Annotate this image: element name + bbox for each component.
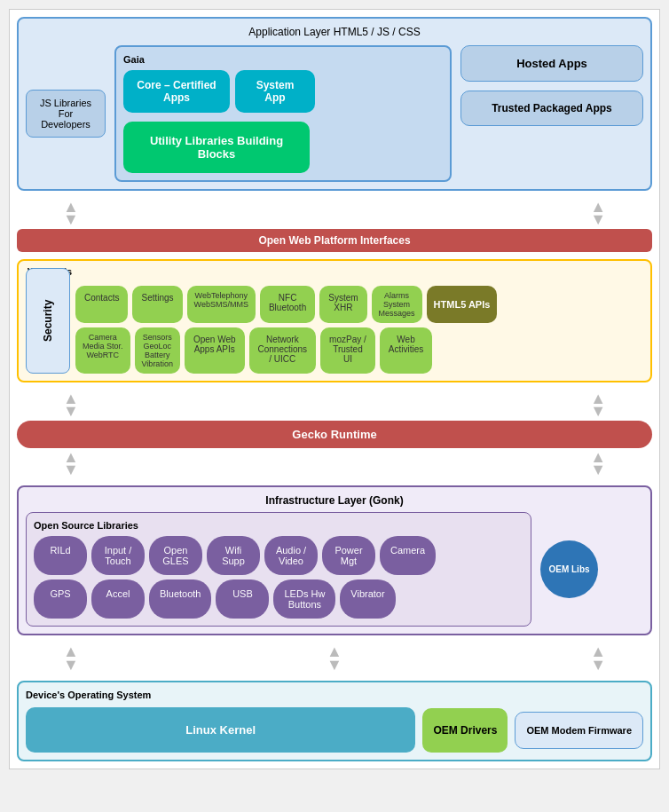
owp-layer: Open Web Platform Interfaces xyxy=(17,229,652,252)
oem-libs: OEM Libs xyxy=(540,540,598,598)
api-web-activities: WebActivities xyxy=(380,327,432,374)
arrow-up-down-8: ▲▼ xyxy=(327,645,342,671)
api-open-web: Open WebApps APIs xyxy=(185,327,245,374)
infra-layer: Infrastructure Layer (Gonk) Open Source … xyxy=(17,485,652,635)
lib-accel: Accel xyxy=(91,579,145,619)
linux-kernel-label: Linux Kernel xyxy=(185,723,256,737)
lib-camera: Camera xyxy=(380,536,436,575)
utility-libraries: Utility Libraries Building Blocks xyxy=(123,122,310,173)
oem-drivers: OEM Drivers xyxy=(422,708,508,753)
arrow-row-3: ▲▼ ▲▼ xyxy=(10,448,659,479)
api-contacts: Contacts xyxy=(75,286,128,323)
device-os-layer: Device's Operating System Linux Kernel O… xyxy=(17,681,652,761)
trusted-apps-label: Trusted Packaged Apps xyxy=(492,102,612,114)
arrow-up-down-4: ▲▼ xyxy=(590,392,606,418)
api-sensors: SensorsGeoLocBatteryVibration xyxy=(135,327,180,374)
lib-open-gles: OpenGLES xyxy=(149,536,202,575)
gaia-label: Gaia xyxy=(123,54,443,65)
arrow-up-down-6: ▲▼ xyxy=(590,451,606,477)
system-app: System App xyxy=(235,70,315,113)
api-settings: Settings xyxy=(132,286,182,323)
arrow-row-4: ▲▼ ▲▼ ▲▼ xyxy=(10,643,659,674)
lib-grid-row1: RILd Input /Touch OpenGLES WifiSupp Audi… xyxy=(34,536,523,575)
html5-label: HTML5 APIs xyxy=(434,299,491,310)
arrow-up-down-3: ▲▼ xyxy=(63,392,79,418)
right-apps: Hosted Apps Trusted Packaged Apps xyxy=(460,45,643,126)
arrow-row-1: ▲▼ ▲▼ xyxy=(10,198,659,229)
lib-power-mgt: PowerMgt xyxy=(322,536,375,575)
hosted-apps: Hosted Apps xyxy=(460,45,643,82)
api-mozpay: mozPay /TrustedUI xyxy=(320,327,375,374)
html5-apis: HTML5 APIs xyxy=(427,286,498,323)
lib-leds-hw: LEDs HwButtons xyxy=(273,579,335,619)
arrow-up-down-9: ▲▼ xyxy=(590,645,606,671)
arrow-up-down-5: ▲▼ xyxy=(63,451,79,477)
api-alarms: AlarmsSystemMessages xyxy=(372,286,422,323)
app-layer-title-text: Application Layer xyxy=(248,26,330,38)
api-network: NetworkConnections/ UICC xyxy=(249,327,317,374)
architecture-diagram: Application Layer HTML5 / JS / CSS JS Li… xyxy=(9,9,660,769)
lib-grid-row2: GPS Accel Bluetooth USB LEDs HwButtons V… xyxy=(34,579,523,619)
api-camera: CameraMedia Stor.WebRTC xyxy=(75,327,130,374)
app-layer-title: Application Layer HTML5 / JS / CSS xyxy=(26,26,643,38)
lib-usb: USB xyxy=(216,579,269,619)
open-source-label: Open Source Libraries xyxy=(34,520,523,531)
open-source-box: Open Source Libraries RILd Input /Touch … xyxy=(26,512,531,627)
lib-wifi-supp: WifiSupp xyxy=(207,536,260,575)
trusted-packaged-apps: Trusted Packaged Apps xyxy=(460,91,643,126)
app-layer-content: JS Libraries For Developers Gaia Core – … xyxy=(26,45,643,182)
lib-rild: RILd xyxy=(34,536,87,575)
system-app-label: System App xyxy=(256,79,295,104)
arrow-up-down-2: ▲▼ xyxy=(590,201,606,226)
application-layer: Application Layer HTML5 / JS / CSS JS Li… xyxy=(17,17,652,191)
gecko-title: Gecko Runtime xyxy=(292,428,376,441)
oem-libs-badge: OEM Libs xyxy=(540,540,598,598)
gecko-layer: Gecko Runtime xyxy=(17,421,652,448)
app-layer-subtitle: HTML5 / JS / CSS xyxy=(334,26,421,38)
gaia-box: Gaia Core – Certified Apps System App Ut… xyxy=(114,45,452,182)
api-nfc-bluetooth: NFCBluetooth xyxy=(260,286,315,323)
lib-bluetooth: Bluetooth xyxy=(149,579,211,619)
arrow-up-down-1: ▲▼ xyxy=(63,201,79,226)
webapi-grid: Contacts Settings WebTelephonyWebSMS/MMS… xyxy=(75,286,643,323)
webapi-layer: Web APIs Security Contacts Settings WebT… xyxy=(17,259,652,382)
js-libraries-box: JS Libraries For Developers xyxy=(26,90,106,138)
oem-drivers-label: OEM Drivers xyxy=(433,724,497,737)
device-os-content: Linux Kernel OEM Drivers OEM Modem Firmw… xyxy=(26,707,643,753)
infra-content: Open Source Libraries RILd Input /Touch … xyxy=(26,512,643,627)
oem-modem-label: OEM Modem Firmware xyxy=(526,725,632,736)
lib-input-touch: Input /Touch xyxy=(91,536,145,575)
core-certified-apps: Core – Certified Apps xyxy=(123,70,230,113)
linux-kernel: Linux Kernel xyxy=(26,707,415,753)
core-certified-label: Core – Certified Apps xyxy=(137,79,216,104)
api-webtelephony: WebTelephonyWebSMS/MMS xyxy=(187,286,256,323)
oem-libs-label: OEM Libs xyxy=(548,564,589,574)
lib-audio-video: Audio /Video xyxy=(264,536,318,575)
security-label: Security xyxy=(42,300,54,342)
device-os-title: Device's Operating System xyxy=(26,690,643,700)
utility-lib-label: Utility Libraries Building Blocks xyxy=(150,134,283,161)
owp-title: Open Web Platform Interfaces xyxy=(258,234,410,247)
api-system-xhr: SystemXHR xyxy=(319,286,366,323)
gaia-inner: Core – Certified Apps System App Utility… xyxy=(123,70,443,173)
js-lib-label: JS Libraries For Developers xyxy=(40,98,91,130)
hosted-apps-label: Hosted Apps xyxy=(516,57,587,70)
arrow-row-2: ▲▼ ▲▼ xyxy=(10,390,659,421)
infra-title: Infrastructure Layer (Gonk) xyxy=(26,494,643,507)
lib-gps: GPS xyxy=(34,579,87,619)
webapi-grid-2: CameraMedia Stor.WebRTC SensorsGeoLocBat… xyxy=(75,327,643,374)
oem-modem: OEM Modem Firmware xyxy=(515,712,643,749)
lib-vibrator: Vibrator xyxy=(340,579,395,619)
security-box: Security xyxy=(26,268,70,374)
arrow-up-down-7: ▲▼ xyxy=(63,645,79,671)
webapi-main: Contacts Settings WebTelephonyWebSMS/MMS… xyxy=(75,286,643,374)
